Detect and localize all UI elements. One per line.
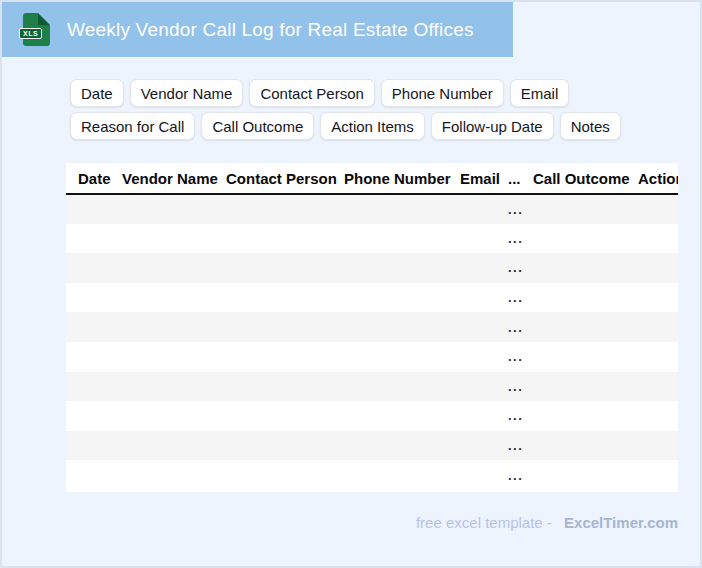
table-row: ... — [66, 401, 678, 431]
table-row: ... — [66, 431, 678, 461]
chip-follow-up-date[interactable]: Follow-up Date — [431, 112, 554, 140]
xls-icon-label: XLS — [19, 28, 42, 39]
table-row: ... — [66, 283, 678, 313]
row-ellipsis-cell: ... — [508, 312, 533, 342]
row-ellipsis-cell: ... — [508, 253, 533, 283]
row-ellipsis-cell: ... — [508, 401, 533, 431]
row-ellipsis-cell: ... — [508, 194, 533, 224]
table-row: ... — [66, 372, 678, 402]
footer-brand-link[interactable]: ExcelTimer.com — [564, 514, 678, 531]
table-row: ... — [66, 312, 678, 342]
chip-notes[interactable]: Notes — [560, 112, 621, 140]
col-header-call-outcome: Call Outcome — [533, 163, 638, 194]
template-preview-page: XLS Weekly Vendor Call Log for Real Esta… — [0, 0, 702, 568]
field-chip-list: Date Vendor Name Contact Person Phone Nu… — [70, 79, 686, 140]
chip-call-outcome[interactable]: Call Outcome — [201, 112, 314, 140]
table-row: ... — [66, 224, 678, 254]
table-header-row: Date Vendor Name Contact Person Phone Nu… — [66, 163, 678, 194]
col-header-contact-person: Contact Person — [226, 163, 344, 194]
col-header-ellipsis: ... — [508, 163, 533, 194]
col-header-vendor-name: Vendor Name — [122, 163, 226, 194]
chip-phone-number[interactable]: Phone Number — [381, 79, 504, 107]
col-header-date: Date — [66, 163, 122, 194]
chip-action-items[interactable]: Action Items — [320, 112, 425, 140]
row-ellipsis-cell: ... — [508, 342, 533, 372]
row-ellipsis-cell: ... — [508, 283, 533, 313]
table-row: ... — [66, 194, 678, 224]
col-header-phone-number: Phone Number — [344, 163, 460, 194]
chip-date[interactable]: Date — [70, 79, 124, 107]
row-ellipsis-cell: ... — [508, 431, 533, 461]
row-ellipsis-cell: ... — [508, 372, 533, 402]
col-header-email: Email — [460, 163, 508, 194]
page-title: Weekly Vendor Call Log for Real Estate O… — [67, 19, 474, 41]
chip-reason-for-call[interactable]: Reason for Call — [70, 112, 195, 140]
log-table-card: Date Vendor Name Contact Person Phone Nu… — [66, 163, 678, 492]
header-bar: XLS Weekly Vendor Call Log for Real Esta… — [2, 2, 513, 57]
footer-tagline: free excel template - — [416, 514, 552, 531]
row-ellipsis-cell: ... — [508, 460, 533, 490]
table-row: ... — [66, 460, 678, 490]
row-ellipsis-cell: ... — [508, 224, 533, 254]
chip-email[interactable]: Email — [510, 79, 570, 107]
col-header-action-items: Action Items — [638, 163, 678, 194]
chip-contact-person[interactable]: Contact Person — [249, 79, 374, 107]
footer: free excel template - ExcelTimer.com — [66, 514, 678, 531]
table-row: ... — [66, 342, 678, 372]
chip-vendor-name[interactable]: Vendor Name — [130, 79, 244, 107]
vendor-call-log-table: Date Vendor Name Contact Person Phone Nu… — [66, 163, 678, 490]
table-row: ... — [66, 253, 678, 283]
xls-file-icon: XLS — [23, 13, 50, 46]
